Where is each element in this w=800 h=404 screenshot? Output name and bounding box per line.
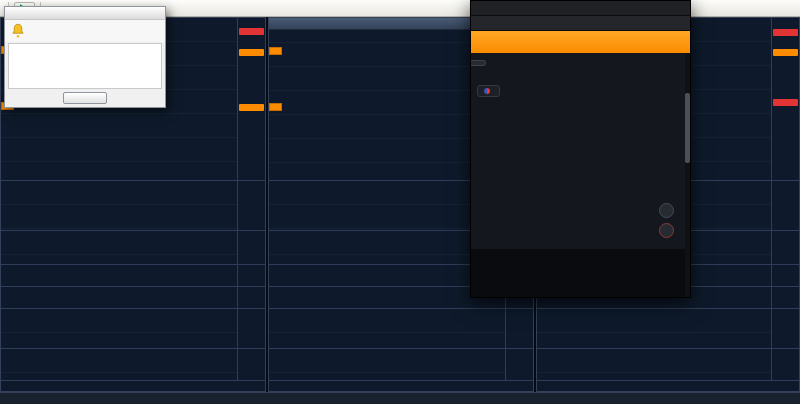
- indicator-scale[interactable]: [237, 231, 265, 264]
- indicator-scale[interactable]: [237, 349, 265, 380]
- spike-canvas[interactable]: [1, 231, 237, 264]
- indicator-scale[interactable]: [237, 181, 265, 230]
- platform-footer: [471, 249, 685, 297]
- scrollbar-thumb[interactable]: [685, 93, 690, 163]
- price-marker-red: [773, 99, 798, 106]
- mini-bars-canvas[interactable]: [1, 287, 237, 308]
- instrument-selector[interactable]: [477, 85, 500, 97]
- time-axis[interactable]: [269, 380, 533, 391]
- bell-icon: [9, 22, 27, 40]
- indicator-scale[interactable]: [505, 349, 533, 380]
- indicator-scale[interactable]: [771, 231, 799, 264]
- alert-button-row: [5, 90, 165, 107]
- stochastic-canvas[interactable]: [269, 349, 505, 380]
- orange-price-flag: [269, 103, 282, 111]
- macd-canvas[interactable]: [537, 309, 771, 348]
- alert-header: [5, 20, 165, 42]
- bbwidth-pane: [1, 180, 265, 230]
- price-marker-red: [239, 28, 264, 35]
- price-marker-orange: [239, 104, 264, 111]
- scroll-down-button[interactable]: [659, 223, 674, 238]
- orange-price-flag: [269, 47, 282, 55]
- bbwidth-canvas[interactable]: [1, 181, 237, 230]
- mt4-statusbar: [0, 392, 800, 404]
- stochastic-pane: [1, 348, 265, 380]
- alert-list[interactable]: [8, 43, 162, 89]
- price-marker-orange: [773, 49, 798, 56]
- indicator-scale[interactable]: [237, 265, 265, 286]
- bookmarks-bar: [471, 16, 690, 31]
- macd-pane: [1, 308, 265, 348]
- indicator-scale[interactable]: [505, 309, 533, 348]
- stochastic-canvas[interactable]: [537, 349, 771, 380]
- indicator-scale[interactable]: [771, 181, 799, 230]
- browser-tab-strip[interactable]: [471, 1, 690, 16]
- browser-scrollbar[interactable]: [685, 53, 690, 297]
- alert-dialog: [4, 6, 166, 108]
- browser-window: [470, 0, 691, 298]
- indicator-scale[interactable]: [237, 309, 265, 348]
- indicator-scale[interactable]: [771, 265, 799, 286]
- macd-pane: [269, 308, 533, 348]
- indicator-scale[interactable]: [771, 287, 799, 308]
- price-scale[interactable]: [771, 18, 799, 180]
- time-axis[interactable]: [1, 380, 265, 391]
- cashback-banner[interactable]: [471, 31, 690, 53]
- indicator-scale[interactable]: [771, 349, 799, 380]
- volume-spike-pane: [1, 230, 265, 264]
- time-axis[interactable]: [537, 380, 799, 391]
- scroll-up-button[interactable]: [659, 203, 674, 218]
- line-osc-canvas[interactable]: [1, 265, 237, 286]
- mini-bars-pane: [1, 286, 265, 308]
- stochastic-pane: [537, 348, 799, 380]
- scroll-buttons: [659, 203, 674, 238]
- alert-titlebar[interactable]: [5, 7, 165, 20]
- price-marker-red: [773, 29, 798, 36]
- macd-canvas[interactable]: [1, 309, 237, 348]
- quick-demo-button[interactable]: [471, 60, 486, 66]
- desktop: [0, 0, 800, 404]
- binary-chart-canvas[interactable]: [471, 131, 678, 231]
- stochastic-pane: [269, 348, 533, 380]
- stochastic-canvas[interactable]: [1, 349, 237, 380]
- indicator-scale[interactable]: [237, 287, 265, 308]
- indicator-scale[interactable]: [771, 309, 799, 348]
- macd-canvas[interactable]: [269, 309, 505, 348]
- oscillator-line-pane: [1, 264, 265, 286]
- price-marker-orange: [239, 49, 264, 56]
- ok-button[interactable]: [63, 92, 107, 104]
- price-scale[interactable]: [237, 18, 265, 180]
- macd-pane: [537, 308, 799, 348]
- currency-flag-icon: [484, 88, 490, 94]
- platform-content: [471, 53, 690, 297]
